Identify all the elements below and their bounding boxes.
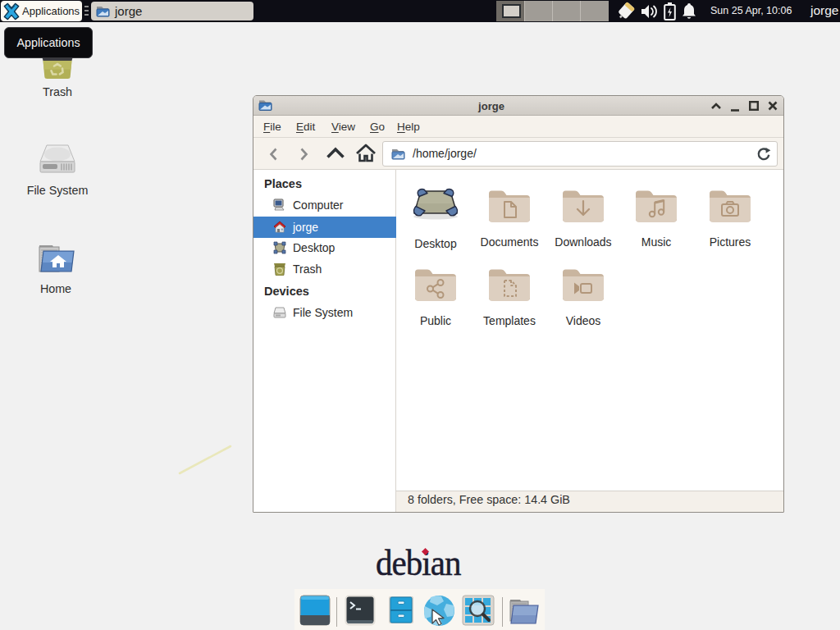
svg-text:debian: debian bbox=[376, 543, 461, 582]
